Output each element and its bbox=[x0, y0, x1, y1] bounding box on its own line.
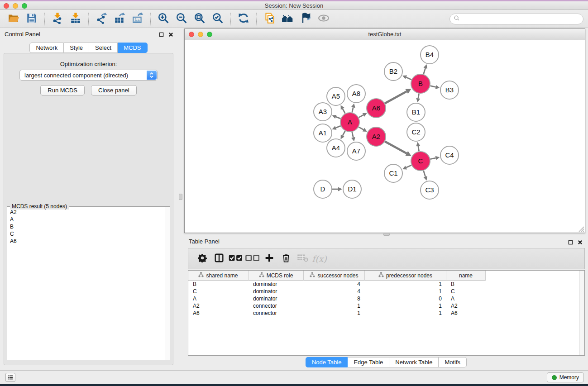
close-panel-icon[interactable] bbox=[168, 31, 173, 39]
graph-edge-C-C3[interactable] bbox=[424, 171, 425, 176]
graph-node-label: C4 bbox=[445, 151, 454, 159]
table-cell: 8 bbox=[304, 295, 365, 302]
mcds-result-item[interactable]: A bbox=[7, 216, 164, 223]
graph-edge-A-A1[interactable] bbox=[336, 126, 341, 128]
network-canvas[interactable]: B4B2BB3A5A8A6B1A3AC2A1A2A4A7C4CC1C3DD1 bbox=[185, 40, 585, 233]
graph-edge-A-A4[interactable] bbox=[343, 131, 345, 135]
table-row[interactable]: Bdominator41B bbox=[188, 281, 584, 288]
graph-edge-arrowhead bbox=[435, 156, 440, 160]
export-image-button[interactable] bbox=[129, 12, 147, 26]
table-row[interactable]: Adominator80A bbox=[188, 295, 584, 302]
graph-edge-A6-B[interactable] bbox=[385, 91, 406, 103]
zoom-out-button[interactable] bbox=[172, 12, 191, 26]
zoom-selected-button[interactable] bbox=[209, 12, 227, 26]
search-input[interactable] bbox=[462, 15, 583, 23]
unselect-all-columns-button[interactable] bbox=[244, 251, 261, 267]
table-scrollbar[interactable] bbox=[579, 271, 584, 355]
mcds-result-item[interactable]: B bbox=[7, 223, 164, 230]
export-table-icon bbox=[114, 12, 125, 26]
search-field[interactable] bbox=[449, 14, 583, 24]
main-toolbar bbox=[0, 10, 588, 28]
graph-edge-B-B4[interactable] bbox=[424, 68, 425, 74]
show-columns-button[interactable] bbox=[210, 251, 227, 267]
close-panel-button[interactable]: Close panel bbox=[91, 85, 137, 95]
toolbar-separator bbox=[44, 13, 45, 25]
column-header-predecessor-nodes[interactable]: predecessor nodes bbox=[365, 271, 446, 281]
tab-select[interactable]: Select bbox=[89, 43, 118, 53]
graph-edge-B-B1[interactable] bbox=[418, 94, 419, 99]
run-mcds-button[interactable]: Run MCDS bbox=[40, 85, 85, 95]
clone-network-button[interactable] bbox=[260, 12, 278, 26]
graph-edge-B-B3[interactable] bbox=[430, 86, 435, 87]
network-window-titlebar[interactable]: testGlobe.txt bbox=[185, 29, 585, 40]
graph-node-label: A7 bbox=[352, 147, 360, 155]
graph-edge-A-A5[interactable] bbox=[343, 109, 345, 113]
float-panel-icon[interactable] bbox=[159, 31, 164, 39]
import-table-button[interactable] bbox=[67, 12, 85, 26]
open-file-button[interactable] bbox=[5, 12, 23, 26]
function-builder-button: f(x) bbox=[311, 251, 328, 267]
column-header-name[interactable]: name bbox=[446, 271, 486, 281]
zoom-fit-button[interactable] bbox=[191, 12, 209, 26]
mcds-result-item[interactable]: C bbox=[7, 230, 164, 238]
table-cell: A6 bbox=[188, 310, 249, 316]
import-network-button[interactable] bbox=[48, 12, 67, 26]
network-graph[interactable]: B4B2BB3A5A8A6B1A3AC2A1A2A4A7C4CC1C3DD1 bbox=[185, 40, 585, 233]
mcds-result-item[interactable]: A6 bbox=[7, 238, 164, 245]
result-list-scrollbar[interactable] bbox=[165, 207, 170, 360]
graph-edge-A-A2[interactable] bbox=[359, 127, 363, 130]
table-cell: dominator bbox=[249, 288, 304, 295]
save-session-button[interactable] bbox=[23, 12, 41, 26]
graph-edge-C-C2[interactable] bbox=[418, 146, 419, 152]
float-panel-icon[interactable] bbox=[568, 238, 573, 247]
table-settings-button[interactable] bbox=[194, 251, 210, 267]
resize-grip-icon[interactable] bbox=[578, 225, 584, 232]
network-overview-button[interactable] bbox=[278, 12, 296, 26]
refresh-layout-button[interactable] bbox=[234, 12, 253, 26]
mcds-result-list[interactable]: A2ABCA6 bbox=[7, 209, 164, 360]
column-header-shared-name[interactable]: shared name bbox=[188, 271, 249, 281]
delete-columns-button[interactable] bbox=[277, 251, 294, 267]
tab-style[interactable]: Style bbox=[64, 43, 89, 53]
column-header-successor-nodes[interactable]: successor nodes bbox=[304, 271, 365, 281]
vertical-split-divider[interactable] bbox=[177, 28, 184, 370]
close-panel-icon[interactable] bbox=[578, 238, 583, 247]
task-history-button[interactable] bbox=[5, 373, 15, 382]
graph-edge-A-A7[interactable] bbox=[352, 132, 354, 137]
graph-edge-B-B2[interactable] bbox=[406, 77, 411, 80]
tab-network-table[interactable]: Network Table bbox=[389, 357, 439, 367]
export-network-button[interactable] bbox=[92, 12, 110, 26]
unselect-all-columns-icon bbox=[245, 253, 259, 264]
table-row[interactable]: Cdominator41C bbox=[188, 288, 584, 295]
annotation-mode-button[interactable] bbox=[296, 12, 315, 26]
tab-mcds[interactable]: MCDS bbox=[118, 43, 147, 53]
table-row[interactable]: A2connector11A2 bbox=[188, 302, 584, 310]
table-toolbar: f(x) bbox=[188, 248, 585, 269]
mcds-result-item[interactable]: A2 bbox=[7, 209, 164, 216]
optimization-select[interactable]: largest connected component (directed) bbox=[19, 70, 158, 81]
tab-edge-table[interactable]: Edge Table bbox=[348, 357, 389, 367]
zoom-in-button[interactable] bbox=[154, 12, 172, 26]
graph-edge-A-A8[interactable] bbox=[352, 107, 354, 112]
graph-edge-C-C1[interactable] bbox=[406, 165, 411, 167]
graph-edge-arrowhead bbox=[423, 64, 427, 69]
graph-edge-A-A3[interactable] bbox=[336, 117, 341, 119]
divider-handle[interactable] bbox=[179, 194, 182, 200]
status-bar: Memory bbox=[0, 370, 588, 384]
node-table[interactable]: shared nameMCDS rolesuccessor nodesprede… bbox=[188, 270, 585, 356]
column-header-label: MCDS role bbox=[267, 272, 293, 279]
graph-edge-arrowhead bbox=[435, 85, 440, 89]
create-column-button[interactable] bbox=[261, 251, 277, 267]
tab-motifs[interactable]: Motifs bbox=[439, 357, 467, 367]
tab-network[interactable]: Network bbox=[29, 43, 64, 53]
table-row[interactable]: A6connector11A6 bbox=[188, 310, 584, 317]
export-table-button[interactable] bbox=[110, 12, 129, 26]
graph-edge-C-C4[interactable] bbox=[430, 158, 436, 159]
column-header-MCDS-role[interactable]: MCDS role bbox=[249, 271, 304, 281]
graph-edge-A2-C[interactable] bbox=[385, 142, 406, 153]
graph-edge-A-A6[interactable] bbox=[359, 115, 363, 118]
select-all-columns-button[interactable] bbox=[227, 251, 244, 267]
memory-button[interactable]: Memory bbox=[547, 372, 584, 382]
tab-node-table[interactable]: Node Table bbox=[306, 357, 348, 367]
function-builder-icon: f(x) bbox=[312, 254, 327, 264]
